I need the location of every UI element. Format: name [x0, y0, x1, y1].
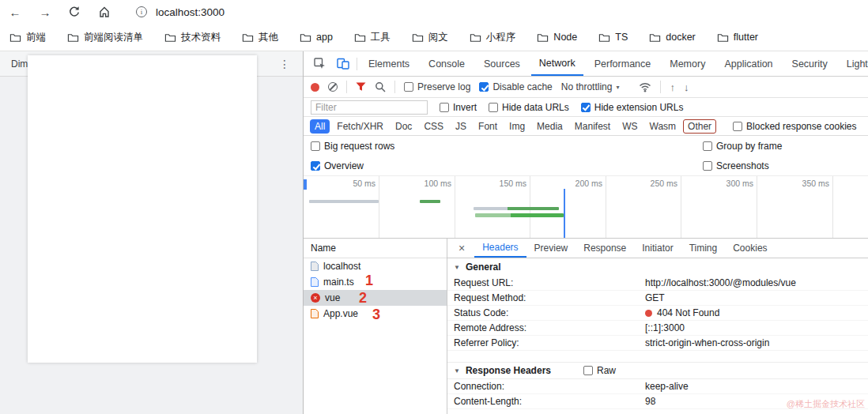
bookmark-folder[interactable]: TS — [598, 32, 628, 43]
reload-icon[interactable] — [68, 6, 82, 18]
filter-chip-doc[interactable]: Doc — [391, 119, 417, 134]
import-har-icon[interactable]: ↑ — [670, 81, 675, 93]
bookmark-label: app — [316, 32, 333, 43]
bookmarks-bar: 前端 前端阅读清单 技术资料 其他 app 工具 阅文 小程序 Node TS … — [0, 24, 868, 51]
tab-lighthouse[interactable]: Lightho — [839, 51, 868, 76]
bookmark-folder[interactable]: 其他 — [242, 31, 278, 44]
tab-memory[interactable]: Memory — [662, 51, 713, 76]
filter-chip-font[interactable]: Font — [474, 119, 502, 134]
hide-extension-urls-checkbox[interactable]: Hide extension URLs — [581, 102, 684, 113]
filter-icon[interactable] — [356, 82, 366, 92]
response-headers-section-header[interactable]: ▼ Response Headers Raw — [447, 362, 868, 379]
gridline — [455, 176, 455, 238]
tab-application[interactable]: Application — [716, 51, 780, 76]
request-name: localhost — [323, 261, 360, 272]
tab-network[interactable]: Network — [531, 51, 583, 76]
site-info-icon[interactable]: i — [136, 6, 147, 17]
close-icon[interactable]: × — [455, 242, 468, 254]
checkbox-box — [703, 161, 712, 171]
tab-performance[interactable]: Performance — [587, 51, 659, 76]
tab-initiator[interactable]: Initiator — [634, 239, 681, 258]
inspect-element-icon[interactable] — [314, 58, 326, 70]
invert-checkbox[interactable]: Invert — [440, 102, 477, 113]
name-column-header[interactable]: Name — [304, 239, 447, 258]
tab-cookies[interactable]: Cookies — [725, 239, 775, 258]
forward-icon[interactable]: → — [38, 6, 52, 19]
hide-data-urls-checkbox[interactable]: Hide data URLs — [489, 102, 569, 113]
filter-chip-other[interactable]: Other — [683, 119, 716, 134]
bookmark-folder[interactable]: 工具 — [354, 31, 391, 44]
bookmark-folder[interactable]: 阅文 — [412, 31, 448, 44]
filter-chip-wasm[interactable]: Wasm — [645, 119, 681, 134]
filter-chip-media[interactable]: Media — [532, 119, 568, 134]
checkbox-label: Hide data URLs — [502, 102, 569, 113]
tab-timing[interactable]: Timing — [681, 239, 726, 258]
filter-chip-js[interactable]: JS — [451, 119, 471, 134]
network-overview-timeline[interactable]: 50 ms 100 ms 150 ms 200 ms 250 ms 300 ms… — [304, 175, 868, 239]
section-title: General — [466, 262, 501, 273]
checkbox-box — [440, 103, 449, 112]
bookmark-folder[interactable]: 小程序 — [470, 31, 516, 44]
clear-icon[interactable] — [328, 82, 338, 92]
url-text[interactable]: localhost:3000 — [156, 6, 225, 18]
tab-preview[interactable]: Preview — [526, 239, 576, 258]
header-key: Remote Address: — [454, 322, 645, 333]
filter-chip-fetch-xhr[interactable]: Fetch/XHR — [332, 119, 388, 134]
filter-input[interactable] — [311, 100, 428, 115]
bookmark-folder[interactable]: flutter — [717, 32, 758, 43]
bookmark-label: 前端 — [26, 31, 46, 44]
raw-checkbox[interactable]: Raw — [583, 365, 616, 376]
bookmark-folder[interactable]: 技术资料 — [164, 31, 221, 44]
filter-chip-ws[interactable]: WS — [617, 119, 642, 134]
tab-elements[interactable]: Elements — [360, 51, 417, 76]
gridline — [757, 176, 757, 238]
bookmark-folder[interactable]: app — [300, 32, 333, 43]
disable-cache-checkbox[interactable]: Disable cache — [479, 81, 552, 92]
group-by-frame-checkbox[interactable]: Group by frame — [703, 141, 782, 152]
request-row-vue[interactable]: vue — [304, 290, 447, 306]
bookmark-folder[interactable]: docker — [649, 32, 696, 43]
search-icon[interactable] — [375, 81, 386, 92]
big-request-rows-checkbox[interactable]: Big request rows — [311, 141, 394, 152]
request-row-localhost[interactable]: localhost — [304, 258, 447, 274]
filter-chip-img[interactable]: Img — [504, 119, 530, 134]
record-icon[interactable] — [311, 83, 319, 92]
time-tick: 350 ms — [783, 179, 829, 188]
request-row-main-ts[interactable]: main.ts — [304, 274, 447, 290]
preserve-log-checkbox[interactable]: Preserve log — [404, 81, 470, 92]
tab-response[interactable]: Response — [576, 239, 634, 258]
omnibox[interactable]: i localhost:3000 — [136, 6, 225, 18]
checkbox-box — [581, 103, 591, 112]
back-icon[interactable]: ← — [8, 6, 22, 19]
throttling-select[interactable]: No throttling ▾ — [561, 81, 620, 92]
bookmark-folder[interactable]: Node — [537, 32, 577, 43]
gridline — [379, 176, 379, 238]
overview-handle — [304, 179, 307, 190]
header-key: Referrer Policy: — [454, 337, 645, 348]
checkbox-box — [404, 82, 413, 92]
document-icon — [311, 262, 319, 271]
home-icon[interactable] — [98, 6, 112, 18]
general-section-header[interactable]: ▼ General — [447, 258, 868, 276]
overview-checkbox[interactable]: Overview — [311, 160, 364, 171]
tab-headers[interactable]: Headers — [474, 239, 526, 258]
blocked-response-cookies-checkbox[interactable]: Blocked response cookies — [733, 121, 856, 132]
toggle-device-toolbar-icon[interactable] — [337, 58, 349, 70]
tab-console[interactable]: Console — [421, 51, 473, 76]
network-conditions-icon[interactable] — [639, 82, 651, 92]
tab-sources[interactable]: Sources — [476, 51, 528, 76]
bookmark-label: 阅文 — [428, 31, 448, 44]
tab-security[interactable]: Security — [784, 51, 836, 76]
filter-chip-manifest[interactable]: Manifest — [570, 119, 615, 134]
export-har-icon[interactable]: ↓ — [684, 81, 689, 93]
bookmark-label: 其他 — [259, 31, 278, 44]
device-viewport[interactable] — [28, 55, 257, 363]
bookmark-folder[interactable]: 前端 — [9, 31, 46, 44]
checkbox-label: Raw — [597, 365, 616, 376]
bookmark-folder[interactable]: 前端阅读清单 — [67, 31, 143, 44]
filter-chip-all[interactable]: All — [310, 119, 330, 134]
filter-chip-css[interactable]: CSS — [419, 119, 448, 134]
more-options-icon[interactable]: ⋮ — [279, 58, 290, 70]
screenshots-checkbox[interactable]: Screenshots — [703, 160, 769, 171]
gridline — [832, 176, 833, 238]
